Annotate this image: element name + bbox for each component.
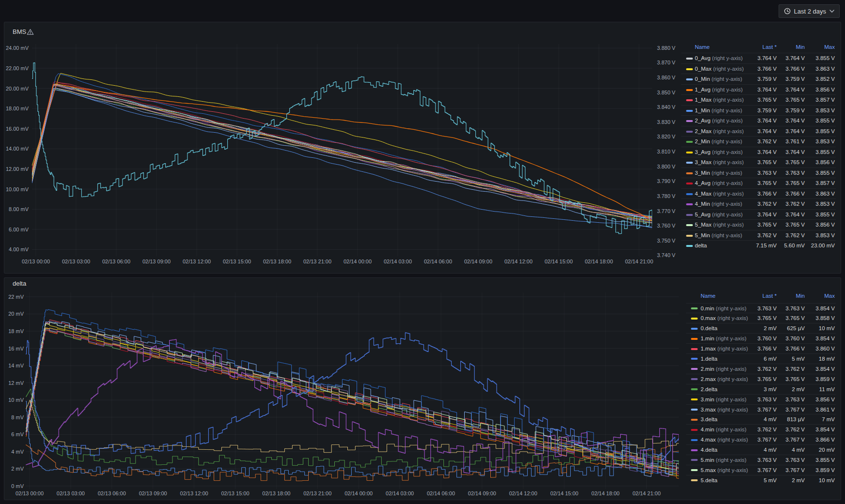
legend-row-4_Min[interactable]: 4_Min (right y-axis)3.762 V3.762 V3.853 …: [681, 199, 836, 209]
legend-max: 3.853 V: [772, 230, 835, 241]
series-line-5_Min: [32, 88, 652, 223]
x-axis-label: 02/14 00:00: [337, 259, 378, 264]
x-axis-label: 02/13 09:00: [136, 259, 177, 264]
legend-max: 3.855 V: [772, 168, 835, 179]
legend-row-5.min[interactable]: 5.min (right y-axis)3.763 V3.763 V3.855 …: [686, 455, 836, 465]
series-color-swatch: [691, 348, 698, 350]
series-color-swatch: [691, 338, 698, 340]
legend-row-5.max[interactable]: 5.max (right y-axis)3.767 V3.767 V3.859 …: [686, 465, 836, 475]
series-color-swatch: [686, 89, 693, 91]
series-color-swatch: [691, 479, 698, 481]
legend-max: 3.853 V: [772, 199, 835, 210]
legend-row-0.delta[interactable]: 0.delta2 mV625 µV10 mV: [686, 323, 836, 333]
legend-row-1.max[interactable]: 1.max (right y-axis)3.766 V3.766 V3.860 …: [686, 343, 836, 353]
legend-row-5.delta[interactable]: 5.delta5 mV2 mV10 mV: [686, 475, 836, 485]
series-color-swatch: [691, 388, 698, 390]
dashboard-header: Last 2 days: [0, 0, 845, 20]
y-axis-left-label: 12 mV: [0, 380, 24, 386]
x-axis-label: 02/14 21:00: [619, 259, 659, 264]
legend-row-1.min[interactable]: 1.min (right y-axis)3.760 V3.760 V3.854 …: [686, 333, 836, 343]
x-axis-label: 02/13 06:00: [92, 490, 132, 496]
legend-row-0_Min[interactable]: 0_Min (right y-axis)3.759 V3.759 V3.852 …: [681, 74, 836, 84]
series-color-swatch: [686, 152, 693, 153]
legend-row-0.max[interactable]: 0.max (right y-axis)3.765 V3.765 V3.858 …: [686, 313, 836, 323]
x-axis-label: 02/13 18:00: [257, 259, 297, 264]
legend-row-4.min[interactable]: 4.min (right y-axis)3.762 V3.762 V3.854 …: [686, 424, 836, 434]
legend-row-3_Max[interactable]: 3_Max (right y-axis)3.765 V3.765 V3.856 …: [681, 157, 836, 168]
legend-col-max[interactable]: Max: [772, 291, 835, 301]
series-color-swatch: [686, 214, 693, 216]
series-color-swatch: [691, 378, 698, 380]
legend-row-4.max[interactable]: 4.max (right y-axis)3.767 V3.767 V3.866 …: [686, 434, 836, 444]
series-color-swatch: [691, 328, 698, 330]
legend-row-5_Avg[interactable]: 5_Avg (right y-axis)3.764 V3.764 V3.855 …: [681, 209, 836, 220]
legend-max: 7 mV: [772, 414, 835, 425]
legend-max: 3.854 V: [772, 304, 835, 314]
legend-max: 3.854 V: [772, 364, 835, 374]
y-axis-left-label: 10 mV: [0, 397, 24, 403]
legend-row-5_Max[interactable]: 5_Max (right y-axis)3.765 V3.765 V3.856 …: [681, 219, 836, 230]
series-color-swatch: [691, 429, 698, 431]
legend-row-4_Avg[interactable]: 4_Avg (right y-axis)3.765 V3.765 V3.857 …: [681, 178, 836, 188]
legend-row-2_Max[interactable]: 2_Max (right y-axis)3.764 V3.764 V3.855 …: [681, 126, 836, 137]
legend-row-3.max[interactable]: 3.max (right y-axis)3.767 V3.767 V3.861 …: [686, 404, 836, 414]
y-axis-left-label: 16.00 mV: [0, 126, 29, 132]
legend-max: 3.854 V: [772, 334, 835, 344]
legend-row-3.min[interactable]: 3.min (right y-axis)3.763 V3.763 V3.856 …: [686, 394, 836, 404]
legend-max: 3.866 V: [772, 435, 835, 445]
series-color-swatch: [686, 183, 693, 184]
legend-col-name[interactable]: Name: [695, 42, 710, 53]
legend-max: 3.863 V: [772, 189, 835, 199]
legend-row-3_Avg[interactable]: 3_Avg (right y-axis)3.764 V3.764 V3.855 …: [681, 147, 836, 157]
y-axis-left-label: 18 mV: [0, 328, 24, 334]
y-axis-left-label: 8.00 mV: [0, 206, 29, 212]
series-color-swatch: [691, 449, 698, 451]
legend-row-0_Avg[interactable]: 0_Avg (right y-axis)3.764 V3.764 V3.855 …: [681, 53, 836, 63]
legend-max: 3.857 V: [772, 95, 835, 106]
y-axis-left-label: 20.00 mV: [0, 86, 29, 92]
x-axis-label: 02/14 18:00: [579, 259, 619, 264]
legend-row-2_Min[interactable]: 2_Min (right y-axis)3.762 V3.761 V3.853 …: [681, 136, 836, 147]
time-range-label: Last 2 days: [794, 8, 827, 15]
y-axis-left-label: 16 mV: [0, 346, 24, 351]
legend-row-0.min[interactable]: 0.min (right y-axis)3.763 V3.763 V3.854 …: [686, 303, 836, 313]
series-color-swatch: [691, 439, 698, 441]
x-axis-label: 02/13 12:00: [176, 259, 217, 264]
legend-row-delta[interactable]: delta7.15 mV5.60 mV23.00 mV: [681, 240, 836, 251]
legend-row-2.max[interactable]: 2.max (right y-axis)3.765 V3.765 V3.859 …: [686, 374, 836, 384]
legend-col-max[interactable]: Max: [772, 42, 835, 53]
x-axis-label: 02/14 00:00: [338, 490, 379, 496]
legend-row-1.delta[interactable]: 1.delta6 mV5 mV18 mV: [686, 353, 836, 364]
legend-row-1_Max[interactable]: 1_Max (right y-axis)3.765 V3.765 V3.857 …: [681, 94, 836, 105]
series-line-4.max: [26, 309, 679, 473]
legend-row-2.min[interactable]: 2.min (right y-axis)3.762 V3.762 V3.854 …: [686, 364, 836, 374]
legend-row-5_Min[interactable]: 5_Min (right y-axis)3.762 V3.762 V3.853 …: [681, 230, 836, 241]
legend-row-2.delta[interactable]: 2.delta3 mV2 mV11 mV: [686, 384, 836, 394]
legend-max: 3.856 V: [772, 157, 835, 168]
legend-max: 3.857 V: [772, 178, 835, 189]
x-axis-label: 02/14 15:00: [538, 259, 579, 264]
legend-max: 3.855 V: [772, 53, 835, 64]
series-color-swatch: [691, 459, 698, 461]
panel-delta: delta 22 mV20 mV18 mV16 mV14 mV12 mV10 m…: [4, 277, 841, 500]
legend-max: 3.854 V: [772, 425, 835, 435]
legend-series-name[interactable]: delta: [695, 241, 707, 251]
legend-max: 3.855 V: [772, 210, 835, 220]
legend-row-3_Min[interactable]: 3_Min (right y-axis)3.763 V3.763 V3.855 …: [681, 168, 836, 178]
legend-row-3.delta[interactable]: 3.delta4 mV813 µV7 mV: [686, 414, 836, 424]
series-line-5_Max: [32, 84, 652, 217]
y-axis-left-label: 22 mV: [0, 294, 24, 300]
legend-row-0_Max[interactable]: 0_Max (right y-axis)3.766 V3.766 V3.863 …: [681, 63, 836, 74]
legend-row-1_Avg[interactable]: 1_Avg (right y-axis)3.764 V3.764 V3.856 …: [681, 84, 836, 95]
time-range-picker[interactable]: Last 2 days: [779, 4, 840, 18]
x-axis-label: 02/14 12:00: [498, 259, 539, 264]
legend-row-4_Max[interactable]: 4_Max (right y-axis)3.766 V3.766 V3.863 …: [681, 188, 836, 199]
x-axis-label: 02/14 12:00: [503, 490, 544, 496]
legend-row-1_Min[interactable]: 1_Min (right y-axis)3.759 V3.759 V3.853 …: [681, 105, 836, 116]
legend-max: 18 mV: [772, 354, 835, 364]
legend-row-4.delta[interactable]: 4.delta4 mV4 mV20 mV: [686, 444, 836, 455]
x-axis-label: 02/13 21:00: [297, 259, 338, 264]
y-axis-left-label: 6 mV: [0, 431, 24, 437]
legend-row-2_Avg[interactable]: 2_Avg (right y-axis)3.764 V3.764 V3.855 …: [681, 115, 836, 126]
x-axis-label: 02/13 03:00: [56, 259, 96, 264]
